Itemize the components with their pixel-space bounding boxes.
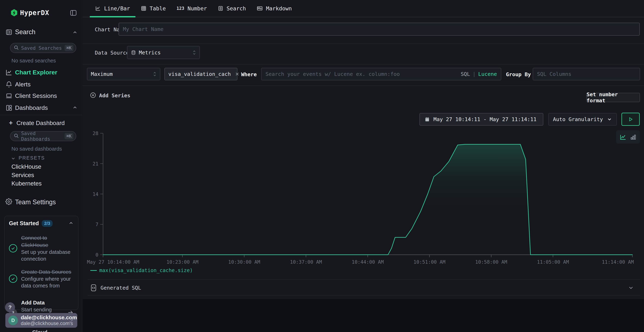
preset-item-services[interactable]: Services	[12, 172, 34, 178]
granularity-value: Auto Granularity	[553, 116, 603, 122]
add-series-label: Add Series	[99, 92, 130, 98]
saved-dashboards-input[interactable]: Saved Dashboards ⌘K	[10, 131, 76, 141]
timeseries-chart[interactable]: 07142128May 27 10:14:00 AM10:23:00 AM10:…	[90, 128, 641, 271]
chevron-up-icon[interactable]	[72, 105, 78, 111]
search-section-label: Search	[15, 28, 36, 36]
laptop-icon	[5, 92, 12, 100]
step-desc: Configure where your data comes from	[21, 276, 73, 289]
data-source-value: Metrics	[139, 50, 161, 56]
x-tick-label: 11:05:00 AM	[537, 259, 569, 265]
series-line	[103, 144, 632, 255]
where-label: Where	[241, 71, 257, 78]
select-chevrons-icon	[153, 72, 156, 76]
divider	[88, 295, 640, 296]
legend-line-swatch	[90, 270, 97, 271]
create-dashboard-button[interactable]: + Create Dashboard	[0, 119, 82, 127]
no-saved-searches-note: No saved searches	[12, 58, 56, 64]
x-tick-label: 10:51:00 AM	[414, 259, 446, 265]
generated-sql-label: Generated SQL	[100, 285, 141, 291]
sidebar-item-client-sessions[interactable]: Client Sessions	[0, 92, 82, 101]
x-tick-label: 10:58:00 AM	[475, 259, 507, 265]
divider	[83, 64, 644, 64]
saved-dashboards-placeholder: Saved Dashboards	[21, 130, 64, 142]
y-tick-label: 14	[92, 192, 98, 197]
divider	[83, 86, 644, 86]
presets-label: PRESETS	[18, 155, 45, 161]
metric-chip-label: visa_validation_cach	[168, 71, 231, 77]
sidebar-item-alerts[interactable]: Alerts	[0, 80, 82, 89]
date-range-value: May 27 10:14:11 - May 27 11:14:11	[434, 116, 536, 122]
x-tick-label: 10:44:00 AM	[352, 259, 384, 265]
search-list-icon	[218, 6, 224, 11]
chart-legend[interactable]: max(visa_validation_cache.size)	[90, 268, 193, 273]
play-icon	[628, 116, 634, 122]
metric-chip[interactable]: visa_validation_cach	[164, 68, 238, 80]
saved-searches-placeholder: Saved Searches	[21, 45, 64, 51]
search-icon	[14, 133, 19, 139]
saved-searches-input[interactable]: Saved Searches ⌘K	[10, 43, 76, 53]
data-source-select[interactable]: Metrics	[127, 46, 200, 59]
x-tick-label: 10:37:00 AM	[290, 259, 322, 265]
close-icon[interactable]	[235, 72, 240, 76]
tab-label: Line/Bar	[104, 5, 130, 12]
where-input-wrap: SQL | Lucene	[261, 68, 501, 80]
team-settings-label: Team Settings	[15, 198, 56, 206]
chart-name-input[interactable]	[123, 26, 636, 32]
language-separator: |	[472, 71, 476, 77]
get-started-step-connect[interactable]: Connect to ClickHouse Set up your databa…	[9, 234, 74, 262]
tab-number[interactable]: 123 Number	[171, 0, 212, 17]
tab-label: Search	[227, 5, 246, 12]
date-range-picker[interactable]: May 27 10:14:11 - May 27 11:14:11	[420, 113, 543, 126]
tab-table[interactable]: Table	[136, 0, 171, 17]
set-number-format-button[interactable]: Set number format	[586, 93, 640, 102]
gear-icon	[5, 198, 12, 206]
group-by-input[interactable]	[537, 71, 636, 77]
shortcut-badge: ⌘K	[64, 133, 73, 139]
presets-toggle[interactable]: PRESETS	[0, 155, 82, 162]
where-search-input[interactable]	[266, 71, 458, 77]
preset-item-kubernetes[interactable]: Kubernetes	[12, 180, 42, 187]
granularity-select[interactable]: Auto Granularity	[548, 113, 617, 126]
sidebar-item-chart-explorer[interactable]: Chart Explorer	[0, 68, 82, 77]
tab-search[interactable]: Search	[212, 0, 251, 17]
group-by-label: Group By	[506, 71, 531, 78]
divider	[83, 44, 644, 44]
aggregation-select[interactable]: Maximum	[87, 68, 160, 80]
y-tick-label: 21	[92, 161, 98, 166]
help-button[interactable]: ?	[5, 302, 15, 312]
chart-line-icon	[5, 69, 12, 77]
chevron-up-icon[interactable]	[72, 30, 78, 36]
y-tick-label: 28	[92, 130, 98, 136]
tab-markdown[interactable]: Markdown	[251, 0, 297, 17]
step-title: Add Data	[21, 299, 63, 306]
number-123-icon: 123	[176, 6, 184, 11]
sidebar-item-team-settings[interactable]: Team Settings	[0, 197, 82, 206]
sidebar-collapse-icon[interactable]	[70, 9, 77, 17]
markdown-icon	[257, 5, 263, 12]
chevron-up-icon[interactable]	[68, 220, 74, 226]
tab-line-bar[interactable]: Line/Bar	[90, 0, 136, 17]
database-icon	[131, 50, 136, 55]
tab-label: Markdown	[266, 5, 292, 12]
user-email: dale@clickhouse.com	[21, 314, 69, 320]
run-query-button[interactable]	[622, 113, 640, 126]
y-tick-label: 0	[96, 252, 98, 258]
preset-item-clickhouse[interactable]: ClickHouse	[12, 163, 41, 170]
sidebar-item-label: Alerts	[15, 81, 30, 88]
sidebar-section-search[interactable]: Search	[0, 28, 82, 37]
add-series-button[interactable]: Add Series	[90, 90, 130, 100]
bell-icon	[5, 81, 12, 89]
create-dashboard-label: Create Dashboard	[16, 120, 65, 126]
sidebar-item-dashboards[interactable]: Dashboards	[0, 104, 82, 113]
user-menu[interactable]: D dale@clickhouse.com dale@clickhouse.co…	[5, 313, 77, 328]
search-icon	[14, 45, 19, 51]
get-started-step-sources[interactable]: Create Data Sources Configure where your…	[9, 268, 74, 289]
progress-badge: 2/3	[42, 220, 52, 227]
y-tick-label: 7	[96, 222, 98, 227]
chart-name-input-wrap	[118, 23, 640, 36]
generated-sql-toggle[interactable]: Generated SQL	[88, 281, 640, 295]
app-title: HyperDX	[20, 9, 49, 17]
sql-language-option[interactable]: SQL	[461, 71, 470, 77]
lucene-language-option[interactable]: Lucene	[478, 71, 497, 77]
check-circle-icon	[9, 244, 17, 252]
